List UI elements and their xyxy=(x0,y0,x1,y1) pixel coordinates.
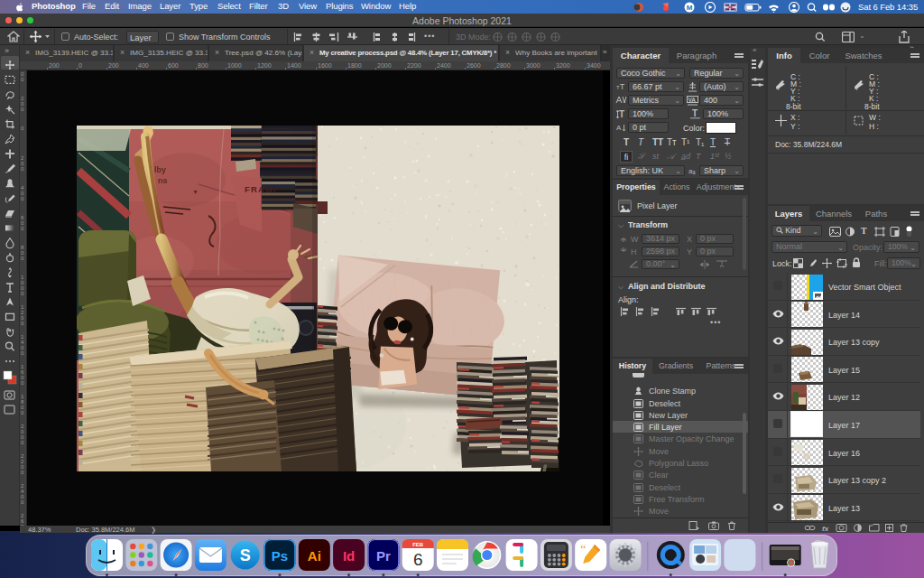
svg-text:Pr: Pr xyxy=(376,548,391,564)
svg-text:S: S xyxy=(240,546,251,564)
svg-text:fx: fx xyxy=(822,525,829,533)
svg-text:T: T xyxy=(692,109,698,118)
svg-text:FEB: FEB xyxy=(412,542,424,547)
svg-text:M: M xyxy=(687,4,693,12)
svg-text:Id: Id xyxy=(343,548,355,564)
svg-text:VA: VA xyxy=(688,97,697,103)
svg-text:Ps: Ps xyxy=(272,548,288,564)
svg-text:“: “ xyxy=(580,543,586,556)
svg-text:6: 6 xyxy=(413,550,423,569)
svg-text:A: A xyxy=(616,124,622,132)
svg-text:T: T xyxy=(619,109,624,119)
svg-text:Ai: Ai xyxy=(308,548,321,564)
